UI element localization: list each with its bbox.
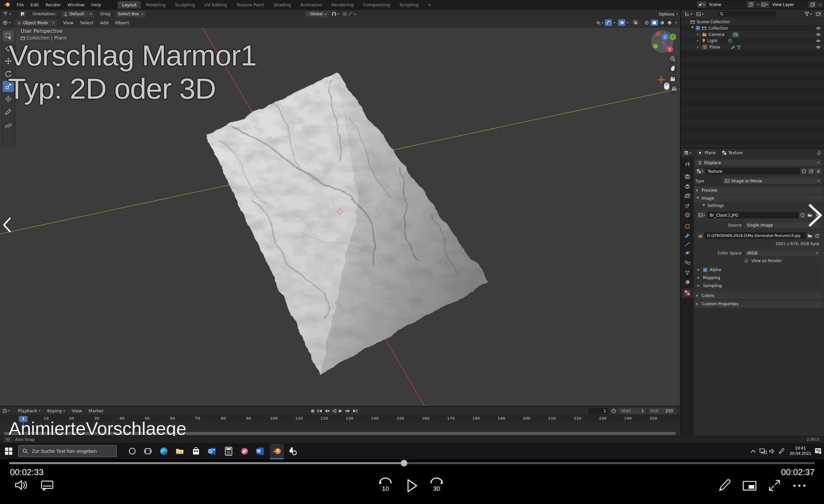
alpha-checkbox[interactable]: ✓ <box>703 268 707 272</box>
tab-physics[interactable] <box>685 250 690 257</box>
view-layer-name-field[interactable]: View Layer <box>769 1 809 8</box>
fake-user-button[interactable] <box>800 168 807 175</box>
overlays-dropdown[interactable] <box>627 22 629 25</box>
notification-center-icon[interactable] <box>815 448 822 455</box>
word-icon[interactable]: W <box>256 447 265 456</box>
pin-icon[interactable] <box>817 151 821 155</box>
tab-sculpting[interactable]: Sculpting <box>171 1 199 9</box>
texture-name-field[interactable]: Texture <box>705 168 800 175</box>
tab-object[interactable] <box>685 224 690 230</box>
tab-view-layer[interactable] <box>685 193 690 199</box>
shading-dropdown[interactable] <box>675 22 677 25</box>
image-fake-user-button[interactable] <box>799 212 806 219</box>
tray-chevron-icon[interactable] <box>750 449 756 453</box>
pack-image-button[interactable] <box>696 232 704 239</box>
cortana-icon[interactable] <box>128 447 136 455</box>
captions-button[interactable] <box>40 480 54 492</box>
image-browse-button[interactable] <box>696 212 707 219</box>
fullscreen-button[interactable] <box>767 479 782 492</box>
texture-browse-button[interactable] <box>695 168 705 175</box>
viewport-menu-object[interactable]: Object <box>112 20 132 25</box>
viewport-menu-add[interactable]: Add <box>97 20 112 25</box>
file-explorer-icon[interactable] <box>176 447 184 456</box>
zoom-button[interactable] <box>669 55 678 64</box>
proportional-editing-toggle[interactable] <box>342 12 356 16</box>
outliner-row-camera[interactable]: Camera <box>681 31 824 37</box>
tab-modeling[interactable]: Modeling <box>141 1 170 9</box>
expand-icon[interactable] <box>691 26 694 29</box>
color-space-dropdown[interactable]: sRGB <box>744 249 821 257</box>
panel-settings-header[interactable]: Settings <box>702 203 724 208</box>
shading-rendered-button[interactable] <box>666 20 674 25</box>
texture-slot-dropdown[interactable]: Displace <box>695 159 822 166</box>
frame-end-field[interactable]: End250 <box>648 408 676 414</box>
tab-rendering[interactable]: Rendering <box>327 1 358 9</box>
start-button[interactable] <box>5 447 12 455</box>
view-layer-remove-button[interactable] <box>816 1 823 8</box>
collection-checkbox[interactable]: ✓ <box>696 26 700 30</box>
pan-button[interactable] <box>669 65 678 74</box>
tab-animation[interactable]: Animation <box>296 1 327 9</box>
tab-scripting[interactable]: Scripting <box>395 1 423 9</box>
tab-particles[interactable] <box>685 241 690 248</box>
timeline-menu-view[interactable]: View <box>69 408 85 413</box>
record-button[interactable] <box>310 409 315 413</box>
task-view-icon[interactable] <box>144 447 152 455</box>
video-progress-handle[interactable] <box>401 460 407 467</box>
capture-app-icon[interactable] <box>289 447 298 456</box>
outliner-row-collection[interactable]: ✓ Collection <box>681 25 824 31</box>
outliner-row-scene-collection[interactable]: Scene Collection <box>681 19 824 25</box>
tab-output[interactable] <box>685 184 690 190</box>
gizmos-toggle[interactable] <box>605 19 612 26</box>
view-layer-browse-button[interactable] <box>760 1 769 8</box>
filepath-field[interactable]: D:\STROEHER-2018-D\My-Generatet-Texturen… <box>704 232 806 239</box>
jump-to-end-button[interactable] <box>353 409 357 413</box>
prev-keyframe-button[interactable] <box>324 409 330 413</box>
tab-layout[interactable]: Layout <box>118 1 141 9</box>
mute-button[interactable] <box>14 479 29 491</box>
play-pause-button[interactable] <box>404 478 419 493</box>
shading-wireframe-button[interactable] <box>643 20 650 25</box>
hide-eye-icon[interactable] <box>816 45 821 49</box>
perspective-toggle-button[interactable] <box>670 84 679 93</box>
jump-to-start-button[interactable] <box>317 409 322 413</box>
blender-logo-icon[interactable] <box>3 2 11 7</box>
breadcrumb-object[interactable]: Plane <box>705 150 716 155</box>
tab-scene[interactable] <box>685 203 690 209</box>
panel-custom-properties-header[interactable]: Custom Properties:::: <box>694 300 823 308</box>
blender-taskbar-icon[interactable] <box>272 447 282 455</box>
calculator-icon[interactable] <box>225 447 232 456</box>
outliner-display-mode-dropdown[interactable] <box>685 12 693 16</box>
scene-name-field[interactable]: Scene <box>706 1 747 8</box>
tab-object-data[interactable] <box>685 270 690 277</box>
xray-toggle[interactable] <box>632 19 639 26</box>
mode-dropdown[interactable]: Object Mode <box>15 20 57 26</box>
next-chapter-arrow[interactable] <box>807 203 824 227</box>
hide-eye-icon[interactable] <box>816 26 821 30</box>
texture-copies-button[interactable] <box>807 168 815 175</box>
menu-render[interactable]: Render <box>42 2 64 7</box>
transform-space-dropdown[interactable]: Global <box>305 11 329 18</box>
breadcrumb-data[interactable]: Texture <box>728 150 743 155</box>
outliner-search-field[interactable] <box>717 11 777 17</box>
type-dropdown[interactable]: Image or Movie <box>722 177 822 184</box>
volume-tray-icon[interactable] <box>769 448 776 454</box>
view-layer-copies-button[interactable] <box>809 1 816 8</box>
show-gizmo-dropdown[interactable] <box>596 21 603 25</box>
outliner-row-light[interactable]: Light <box>681 37 824 44</box>
gizmos-dropdown[interactable] <box>613 22 615 25</box>
timeline-menu-keying[interactable]: Keying <box>44 408 69 413</box>
scene-copies-button[interactable] <box>747 1 754 8</box>
texture-unlink-button[interactable] <box>815 168 822 175</box>
outliner-row-plane[interactable]: Plane <box>681 44 824 50</box>
ink-button[interactable] <box>718 479 732 493</box>
outliner-filter-dropdown[interactable] <box>805 12 812 16</box>
snip-icon[interactable] <box>240 447 249 456</box>
panel-colors-header[interactable]: Colors:::: <box>694 292 823 299</box>
hide-eye-icon[interactable] <box>816 33 821 36</box>
new-collection-button[interactable] <box>815 11 823 17</box>
skip-forward-button[interactable]: 30 <box>428 478 445 493</box>
options-dropdown[interactable]: Options <box>656 11 679 18</box>
play-reverse-button[interactable] <box>332 409 336 413</box>
active-tool-dropdown[interactable] <box>3 12 11 16</box>
